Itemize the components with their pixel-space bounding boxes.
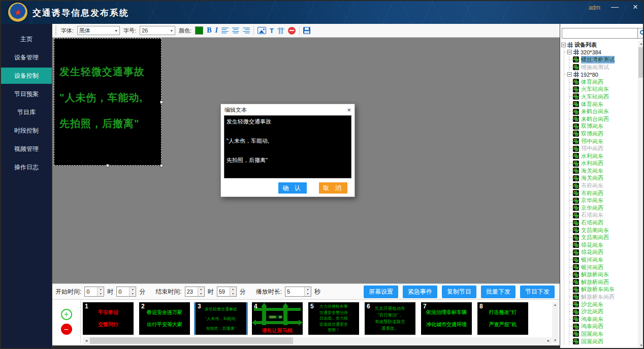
scroll-down-icon[interactable]: ▾: [640, 343, 642, 348]
device-node[interactable]: 解放桥岗西: [569, 278, 638, 286]
cancel-button[interactable]: 取 消: [319, 182, 347, 194]
sidebar-item-6[interactable]: 时段控制: [1, 122, 52, 139]
sidebar-item-3[interactable]: 设备控制: [1, 68, 52, 84]
device-node[interactable]: 银河岗西: [569, 264, 638, 271]
scroll-left-icon[interactable]: ◂: [83, 338, 90, 343]
column-layout-icon[interactable]: [277, 27, 284, 34]
program-thumbnail-2[interactable]: 2春运安全连万家出行平安等大家: [139, 302, 190, 335]
sidebar-item-4[interactable]: 节目预案: [1, 86, 52, 102]
device-node[interactable]: 国展岗西: [569, 338, 638, 345]
device-node[interactable]: 体育岗东: [569, 101, 638, 108]
duration-stepper[interactable]: 5▲▼: [285, 287, 311, 297]
scroll-up-icon[interactable]: ▴: [554, 302, 556, 307]
program-thumbnail-6[interactable]: 6扎实开展电动车"百日整治"，有效预防道路交通事故。: [365, 302, 415, 335]
italic-button[interactable]: I: [215, 26, 218, 35]
led-preview-panel[interactable]: 发生轻微交通事故"人未伤，车能动,先拍照，后撤离": [54, 38, 162, 166]
scrollbar-thumb[interactable]: [638, 47, 644, 78]
end-minute-stepper[interactable]: 59▲▼: [217, 287, 237, 297]
device-node[interactable]: 双博岗东: [569, 123, 638, 131]
device-node[interactable]: 来鹤台岗东: [569, 108, 638, 115]
device-node[interactable]: 解放桥东岗西: [569, 293, 638, 301]
sidebar-item-1[interactable]: 主页: [1, 31, 52, 47]
device-node[interactable]: 水利岗西: [569, 160, 638, 168]
program-thumbnail-3[interactable]: 3发生轻微交通事故"人未伤，车能动,先拍照，后撤离": [196, 302, 246, 335]
bold-button[interactable]: B: [207, 26, 211, 35]
resize-handle-corner[interactable]: [160, 164, 163, 167]
device-node[interactable]: 水利岗东: [569, 152, 638, 160]
insert-image-icon[interactable]: [257, 27, 266, 34]
spinner-icons[interactable]: ▲▼: [304, 287, 311, 296]
device-node[interactable]: 双博岗西: [569, 130, 638, 138]
spinner-icons[interactable]: ▲▼: [129, 287, 136, 296]
device-node[interactable]: 文昌阁岗西: [569, 234, 638, 241]
confirm-button[interactable]: 确 认: [278, 182, 307, 194]
align-left-icon[interactable]: [221, 27, 229, 34]
action-button-2[interactable]: 紧急事件: [403, 285, 437, 298]
panel-scrollbar[interactable]: ▴ ▾: [638, 41, 644, 348]
device-node[interactable]: 解放桥岗东: [569, 271, 638, 278]
align-center-icon[interactable]: [232, 27, 239, 34]
close-icon[interactable]: ×: [633, 2, 638, 12]
add-program-icon[interactable]: +: [61, 309, 72, 320]
device-node[interactable]: 海关岗东: [569, 167, 638, 175]
device-node[interactable]: 沙北岗东: [569, 301, 638, 308]
device-node[interactable]: 螺丝湾桥测试: [569, 56, 638, 64]
program-thumbnail-5[interactable]: 5大力开展秋冬季交通安全整治百日会战，全力稳定道路交通安全形势！: [308, 302, 359, 335]
sidebar-item-8[interactable]: 操作日志: [1, 159, 52, 175]
scroll-up-icon[interactable]: ▴: [640, 41, 642, 46]
tree-group-320*384[interactable]: 320*384: [564, 49, 638, 56]
action-button-1[interactable]: 屏幕设置: [364, 285, 398, 298]
color-swatch[interactable]: [195, 26, 203, 35]
program-thumbnail-7[interactable]: 7依法治理非标车辆净化城市交通环境: [421, 302, 472, 335]
horizontal-scrollbar[interactable]: ◂ ▸: [83, 337, 552, 344]
device-node[interactable]: 市府岗西: [569, 189, 638, 197]
align-right-icon[interactable]: [243, 27, 250, 34]
save-icon[interactable]: [303, 27, 310, 34]
resize-handle-right[interactable]: [160, 101, 163, 104]
device-node[interactable]: 鸿泰岗西: [569, 323, 638, 331]
resize-handle-bottom[interactable]: [106, 164, 109, 167]
device-node[interactable]: 解放桥东岗东: [569, 286, 638, 294]
minimize-icon[interactable]: —: [611, 2, 619, 11]
device-node[interactable]: 文昌阁岗东: [569, 227, 638, 234]
tree-group-192*80[interactable]: 192*80: [564, 71, 638, 78]
scrollbar-thumb[interactable]: [90, 337, 293, 344]
edit-textarea[interactable]: 发生轻微交通事故 "人未伤，车能动, 先拍照，后撤离": [224, 115, 351, 178]
vertical-scrollbar[interactable]: ▴ ▾: [552, 302, 558, 343]
font-select[interactable]: 黑体 ▼: [77, 26, 120, 35]
device-node[interactable]: 鸿泰岗东: [569, 315, 638, 323]
action-button-4[interactable]: 批量下发: [481, 285, 516, 298]
collapse-icon[interactable]: [567, 72, 572, 77]
device-node[interactable]: 石塔岗西: [569, 219, 638, 227]
device-node[interactable]: 银河岗东: [569, 256, 638, 264]
device-node[interactable]: 海关岗西: [569, 175, 638, 182]
device-node[interactable]: 琼花岗西: [569, 249, 638, 257]
device-node[interactable]: 石塔岗东: [569, 212, 638, 219]
tree-root[interactable]: 设备列表: [561, 41, 638, 49]
start-minute-stepper[interactable]: 0▲▼: [116, 287, 136, 297]
device-node[interactable]: 京华岗西: [569, 204, 638, 212]
search-button[interactable]: [638, 28, 644, 39]
action-button-3[interactable]: 复制节目: [442, 285, 476, 298]
sidebar-item-7[interactable]: 视频管理: [1, 141, 52, 157]
sidebar-item-2[interactable]: 设备管理: [1, 49, 52, 66]
device-node[interactable]: 市府岗东: [569, 182, 638, 189]
device-node[interactable]: 沙北岗西: [569, 308, 638, 315]
spinner-icons[interactable]: ▲▼: [230, 287, 236, 296]
spinner-icons[interactable]: ▲▼: [198, 287, 204, 296]
program-thumbnail-8[interactable]: 8打击整改"灯严查严惩"机: [477, 302, 528, 335]
device-node[interactable]: 维扬岗测试: [569, 64, 638, 71]
scroll-down-icon[interactable]: ▾: [554, 338, 556, 343]
program-thumbnail-1[interactable]: 1平安春运交警同行: [83, 302, 134, 335]
action-button-5[interactable]: 节目下发: [520, 285, 555, 298]
collapse-icon[interactable]: [561, 43, 566, 47]
device-node[interactable]: 来鹤台岗西: [569, 115, 638, 123]
insert-text-icon[interactable]: T: [270, 27, 274, 35]
device-node[interactable]: 火车站岗东: [569, 86, 638, 93]
device-node[interactable]: 火车站岗西: [569, 93, 638, 101]
device-node[interactable]: 邗中岗东: [569, 138, 638, 145]
search-input[interactable]: [562, 28, 638, 39]
remove-program-icon[interactable]: −: [61, 324, 72, 335]
device-node[interactable]: 京华岗东: [569, 197, 638, 204]
device-node[interactable]: 琼花岗东: [569, 241, 638, 249]
